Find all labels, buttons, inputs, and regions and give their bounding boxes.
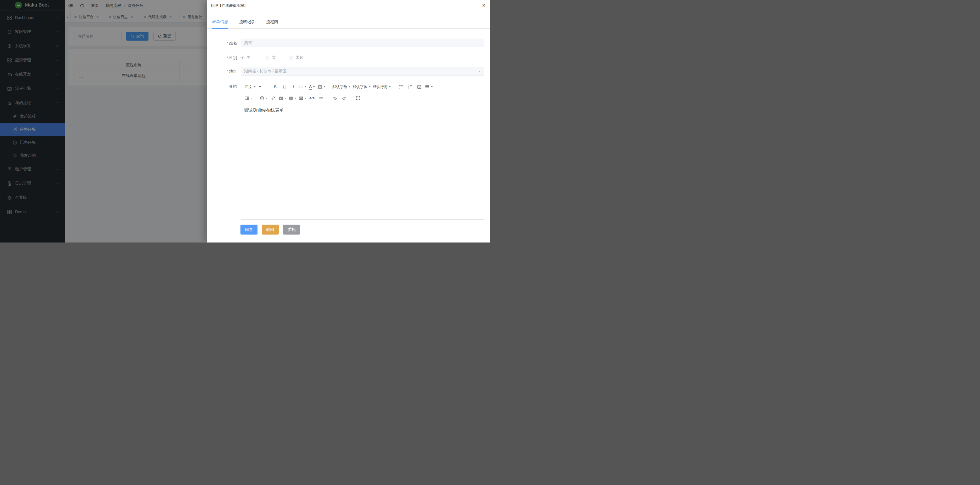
radio-female-label[interactable]: 女	[272, 55, 276, 60]
indent-dropdown[interactable]	[245, 95, 253, 102]
editor-toolbar-row1: 正文 “ B U I ⋯ A A 默认字号 默认字体 默认行高 123	[241, 81, 484, 92]
blockquote-icon[interactable]: “	[258, 83, 264, 91]
table-dropdown[interactable]	[299, 95, 306, 102]
emoji-dropdown[interactable]	[260, 95, 267, 102]
radio-unknown-label[interactable]: 未知	[296, 55, 304, 60]
name-value: 测试	[244, 40, 252, 45]
radio-male-label[interactable]: 男	[247, 55, 251, 60]
required-asterisk: *	[227, 41, 228, 45]
editor-content[interactable]: 测试Online在线表单	[241, 104, 484, 219]
caret-down-icon	[348, 86, 350, 87]
font-family-dropdown[interactable]: 默认字体	[353, 83, 371, 91]
radio-male[interactable]	[240, 56, 245, 60]
approve-button[interactable]: 同意	[240, 224, 258, 235]
editor-paragraph: 测试Online在线表单	[243, 107, 482, 113]
drawer-actions: 同意 驳回 委托	[240, 224, 300, 235]
rich-text-editor: 正文 “ B U I ⋯ A A 默认字号 默认字体 默认行高 123	[241, 81, 484, 220]
code-block-icon[interactable]: </>	[309, 95, 315, 102]
svg-text:“: “	[259, 84, 261, 89]
caret-down-icon	[305, 86, 306, 87]
tab-flow-records[interactable]: 流转记录	[239, 19, 255, 29]
divider-icon[interactable]	[318, 95, 325, 102]
image-dropdown[interactable]	[279, 95, 286, 102]
gender-label: *性别	[207, 56, 237, 60]
more-styles-dropdown[interactable]: ⋯	[299, 83, 306, 91]
toolbar-separator	[328, 95, 328, 102]
toolbar-separator	[394, 83, 395, 91]
toolbar-separator	[256, 95, 256, 102]
caret-down-icon	[389, 86, 391, 87]
caret-down-icon	[295, 98, 296, 99]
undo-icon[interactable]	[332, 95, 339, 102]
process-drawer: 处理【在线表单流程】 ✕ 表单信息 流转记录 流程图 *姓名 测试 *性别 男	[207, 0, 490, 243]
reject-button[interactable]: 驳回	[262, 224, 279, 235]
caret-down-icon	[254, 86, 256, 87]
required-asterisk: *	[227, 69, 228, 73]
bullet-list-icon[interactable]	[398, 83, 404, 91]
caret-down-icon	[251, 98, 253, 99]
toolbar-separator	[351, 95, 351, 102]
svg-text:3: 3	[408, 87, 409, 89]
caret-down-icon	[305, 98, 306, 99]
drawer-tabs: 表单信息 流转记录 流程图	[207, 11, 490, 29]
fullscreen-icon[interactable]	[355, 95, 361, 102]
paragraph-style-dropdown[interactable]: 正文	[245, 83, 256, 91]
bg-color-dropdown[interactable]: A	[318, 83, 325, 91]
close-icon[interactable]: ✕	[482, 3, 486, 8]
address-value: 湖南省 / 长沙市 / 岳麓区	[244, 69, 286, 74]
numbered-list-icon[interactable]: 123	[407, 83, 414, 91]
caret-down-icon	[369, 86, 371, 87]
video-dropdown[interactable]	[289, 95, 296, 102]
radio-female[interactable]	[266, 56, 269, 60]
caret-down-icon	[324, 86, 325, 87]
gender-radio-group: 男 女 未知	[240, 56, 304, 60]
drawer-title: 处理【在线表单流程】	[211, 3, 248, 8]
line-height-dropdown[interactable]: 默认行高	[373, 83, 391, 91]
tab-flow-diagram[interactable]: 流程图	[266, 19, 278, 29]
address-select[interactable]: 湖南省 / 长沙市 / 岳麓区	[241, 67, 484, 76]
caret-down-icon	[266, 98, 267, 99]
drawer-header: 处理【在线表单流程】 ✕	[207, 0, 490, 11]
redo-icon[interactable]	[340, 95, 347, 102]
caret-down-icon	[313, 86, 315, 87]
toolbar-separator	[329, 83, 329, 91]
caret-down-icon	[431, 86, 433, 87]
toolbar-separator	[268, 83, 268, 91]
delegate-button[interactable]: 委托	[283, 224, 300, 235]
caret-down-icon	[285, 98, 286, 99]
todo-list-icon[interactable]	[416, 83, 423, 91]
align-dropdown[interactable]	[425, 83, 433, 91]
chevron-down-icon	[478, 70, 481, 73]
font-color-dropdown[interactable]: A	[309, 83, 315, 91]
name-label: *姓名	[207, 41, 237, 46]
italic-icon[interactable]: I	[290, 83, 297, 91]
font-size-dropdown[interactable]: 默认字号	[332, 83, 350, 91]
address-label: *地址	[207, 69, 237, 74]
app-window: Maku Boot Dashboard 权限管理 系统设置 应用管理	[0, 0, 490, 243]
drawer-body: *姓名 测试 *性别 男 女 未知 *地址	[207, 29, 490, 243]
link-icon[interactable]	[270, 95, 277, 102]
tab-form-info[interactable]: 表单信息	[212, 19, 228, 29]
bold-icon[interactable]: B	[272, 83, 278, 91]
radio-unknown[interactable]	[289, 56, 293, 60]
editor-toolbar-row2: </>	[241, 92, 484, 104]
intro-label: 介绍	[207, 84, 237, 89]
underline-icon[interactable]: U	[281, 83, 288, 91]
required-asterisk: *	[227, 56, 228, 60]
name-field[interactable]: 测试	[241, 39, 484, 47]
